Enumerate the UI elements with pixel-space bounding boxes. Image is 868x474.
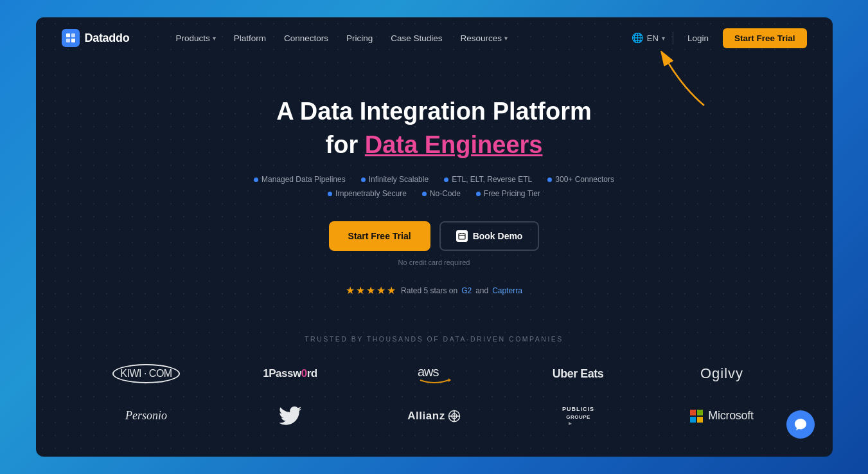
svg-text:aws: aws	[418, 365, 439, 379]
chevron-down-icon: ▾	[213, 35, 216, 42]
feature-dot	[476, 192, 481, 196]
nav-platform[interactable]: Platform	[226, 30, 274, 47]
brand-twitter	[279, 406, 302, 426]
star-rating: ★★★★★	[346, 284, 397, 296]
language-selector[interactable]: 🌐 EN ▾	[632, 32, 665, 44]
start-free-trial-button[interactable]: Start Free Trial	[723, 28, 807, 48]
brand-logo-grid: KIWI · COM 1Passw0rd aws Uber Eats Ogilv…	[87, 362, 781, 430]
chevron-down-icon: ▾	[662, 35, 665, 42]
capterra-link[interactable]: Capterra	[492, 286, 522, 295]
calendar-icon	[456, 230, 468, 242]
feature-connectors: 300+ Connectors	[547, 175, 614, 184]
arrow-annotation	[659, 51, 711, 111]
navbar: Dataddo Products ▾ Platform Connectors P…	[36, 17, 833, 59]
logo-text: Dataddo	[85, 32, 130, 45]
brand-allianz: Allianz	[407, 410, 460, 423]
feature-secure: Impenetrably Secure	[328, 189, 407, 198]
features-list: Managed Data Pipelines Infinitely Scalab…	[242, 175, 627, 198]
feature-dot	[444, 178, 448, 182]
feature-infinitely-scalable: Infinitely Scalable	[361, 175, 429, 184]
no-credit-card-notice: No credit card required	[62, 259, 807, 266]
logo[interactable]: Dataddo	[62, 29, 130, 47]
g2-link[interactable]: G2	[461, 286, 472, 295]
brand-kiwi: KIWI · COM	[112, 364, 179, 383]
trusted-label: TRUSTED BY THOUSANDS OF DATA-DRIVEN COMP…	[87, 335, 781, 343]
nav-case-studies[interactable]: Case Studies	[383, 30, 450, 47]
feature-dot	[547, 178, 552, 182]
feature-no-code: No-Code	[422, 189, 461, 198]
nav-resources[interactable]: Resources ▾	[453, 30, 516, 47]
rating-row: ★★★★★ Rated 5 stars on G2 and Capterra	[62, 284, 807, 296]
login-button[interactable]: Login	[681, 30, 715, 47]
svg-rect-0	[66, 33, 70, 37]
nav-links: Products ▾ Platform Connectors Pricing C…	[168, 30, 631, 47]
chevron-down-icon: ▾	[504, 35, 508, 42]
nav-right: 🌐 EN ▾ Login Start Free Trial	[632, 28, 807, 48]
feature-etl: ETL, ELT, Reverse ETL	[444, 175, 532, 184]
feature-dot	[361, 178, 366, 182]
chat-bubble-button[interactable]	[786, 410, 815, 439]
nav-pricing[interactable]: Pricing	[339, 30, 380, 47]
hero-section: A Data Integration Platform for Data Eng…	[36, 59, 833, 316]
brand-ubereats: Uber Eats	[553, 367, 604, 381]
book-demo-button[interactable]: Book Demo	[439, 221, 540, 251]
svg-rect-2	[66, 39, 70, 42]
svg-rect-3	[71, 39, 75, 42]
hero-title-line2: for Data Engineers	[62, 131, 807, 160]
feature-dot	[422, 192, 427, 196]
feature-managed-pipelines: Managed Data Pipelines	[254, 175, 346, 184]
main-window: Dataddo Products ▾ Platform Connectors P…	[36, 17, 833, 457]
svg-text:PUBLICIS: PUBLICIS	[562, 406, 594, 412]
globe-icon: 🌐	[632, 32, 644, 44]
feature-dot	[328, 192, 332, 196]
svg-rect-1	[71, 33, 75, 37]
brand-personio: Personio	[125, 409, 167, 423]
feature-free-tier: Free Pricing Tier	[476, 189, 540, 198]
brand-microsoft: Microsoft	[690, 409, 753, 423]
cta-buttons: Start Free Trial Book Demo	[62, 221, 807, 251]
hero-start-free-trial-button[interactable]: Start Free Trial	[329, 221, 430, 251]
brand-publicis: PUBLICIS GROUPE	[562, 401, 594, 430]
trusted-section: TRUSTED BY THOUSANDS OF DATA-DRIVEN COMP…	[36, 316, 833, 456]
nav-divider	[673, 32, 673, 44]
microsoft-logo-grid	[690, 410, 703, 423]
nav-connectors[interactable]: Connectors	[276, 30, 336, 47]
feature-dot	[254, 178, 258, 182]
brand-ogilvy: Ogilvy	[700, 365, 743, 382]
brand-1password: 1Passw0rd	[263, 367, 317, 380]
svg-text:GROUPE: GROUPE	[566, 414, 590, 420]
svg-rect-5	[459, 233, 465, 239]
nav-products[interactable]: Products ▾	[168, 30, 223, 47]
svg-marker-10	[448, 378, 451, 382]
logo-icon	[62, 29, 80, 47]
brand-aws: aws	[415, 362, 454, 385]
hero-accent: Data Engineers	[365, 131, 543, 158]
